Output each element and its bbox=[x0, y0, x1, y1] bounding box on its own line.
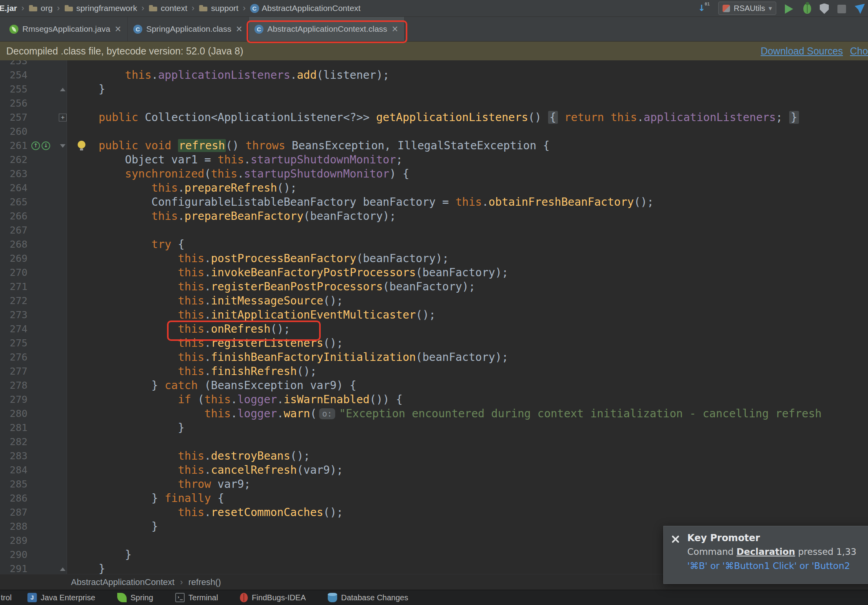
code-line-256[interactable]: 256 bbox=[0, 96, 868, 110]
line-number[interactable]: 254 bbox=[0, 68, 31, 82]
code-line-262[interactable]: 262 Object var1 = this.startupShutdownMo… bbox=[0, 153, 868, 167]
blue-plane-icon[interactable] bbox=[855, 4, 865, 14]
code-line-282[interactable]: 282 bbox=[0, 435, 868, 449]
key-promoter-notification[interactable]: Key Promoter Command Declaration pressed… bbox=[663, 526, 868, 584]
breadcrumb-item-springframework[interactable]: springframework bbox=[64, 4, 137, 13]
code-line-269[interactable]: 269 this.postProcessBeanFactory(beanFact… bbox=[0, 252, 868, 266]
breadcrumb-method[interactable]: refresh() bbox=[188, 577, 221, 587]
line-number[interactable]: 264 bbox=[0, 181, 31, 195]
breadcrumb-item-context[interactable]: context bbox=[149, 4, 187, 13]
toolwindow-truncated-label[interactable]: trol bbox=[1, 593, 12, 602]
code-line-287[interactable]: 287 this.resetCommonCaches(); bbox=[0, 505, 868, 520]
line-number[interactable]: 260 bbox=[0, 125, 31, 139]
line-number[interactable]: 253 bbox=[0, 60, 31, 68]
toolwindow-button-java-enterprise[interactable]: Java Enterprise bbox=[27, 593, 95, 602]
code-line-284[interactable]: 284 this.cancelRefresh(var9); bbox=[0, 463, 868, 477]
override-down-icon[interactable]: ↓ bbox=[42, 141, 50, 150]
code-line-255[interactable]: 255 } bbox=[0, 82, 868, 96]
breadcrumb-item-org[interactable]: org bbox=[29, 4, 53, 13]
toolwindow-button-database-changes[interactable]: Database Changes bbox=[328, 593, 408, 602]
line-number[interactable]: 277 bbox=[0, 364, 31, 379]
line-number[interactable]: 279 bbox=[0, 393, 31, 407]
code-line-286[interactable]: 286 } finally { bbox=[0, 491, 868, 505]
code-line-266[interactable]: 266 this.prepareBeanFactory(beanFactory)… bbox=[0, 209, 868, 223]
line-number[interactable]: 282 bbox=[0, 435, 31, 449]
close-tab-icon[interactable]: × bbox=[115, 25, 121, 33]
code-line-280[interactable]: 280 this.logger.warn(o:"Exception encoun… bbox=[0, 407, 868, 421]
line-number[interactable]: 286 bbox=[0, 491, 31, 505]
close-icon[interactable] bbox=[670, 534, 680, 544]
code-line-275[interactable]: 275 this.registerListeners(); bbox=[0, 336, 868, 350]
fold-marker-icon[interactable] bbox=[60, 144, 65, 148]
updown-arrows-icon[interactable] bbox=[698, 2, 710, 14]
line-number[interactable]: 281 bbox=[0, 421, 31, 435]
close-tab-icon[interactable]: × bbox=[392, 25, 398, 33]
line-number[interactable]: 267 bbox=[0, 223, 31, 237]
line-number[interactable]: 268 bbox=[0, 237, 31, 252]
code-line-271[interactable]: 271 this.registerBeanPostProcessors(bean… bbox=[0, 280, 868, 294]
code-line-263[interactable]: 263 synchronized(this.startupShutdownMon… bbox=[0, 167, 868, 181]
code-line-285[interactable]: 285 throw var9; bbox=[0, 477, 868, 491]
stop-button[interactable] bbox=[837, 5, 846, 13]
toolwindow-button-findbugs-idea[interactable]: FindBugs-IDEA bbox=[240, 593, 306, 602]
tab-rmsegsapplication.java[interactable]: RmsegsApplication.java× bbox=[4, 17, 128, 41]
toolwindow-button-spring[interactable]: Spring bbox=[117, 593, 153, 602]
line-number[interactable]: 276 bbox=[0, 350, 31, 364]
line-number[interactable]: 261 bbox=[0, 139, 31, 153]
breadcrumb-item-support[interactable]: support bbox=[199, 4, 238, 13]
fold-marker-icon[interactable]: + bbox=[59, 114, 67, 121]
code-line-272[interactable]: 272 this.initMessageSource(); bbox=[0, 294, 868, 308]
breadcrumb-item-abstractapplicationcontext[interactable]: CAbstractApplicationContext bbox=[250, 4, 361, 13]
toolwindow-button-terminal[interactable]: Terminal bbox=[175, 593, 218, 602]
code-line-273[interactable]: 273 this.initApplicationEventMulticaster… bbox=[0, 308, 868, 322]
line-number[interactable]: 285 bbox=[0, 477, 31, 491]
line-number[interactable]: 255 bbox=[0, 82, 31, 96]
intention-bulb-icon[interactable] bbox=[78, 141, 85, 149]
line-number[interactable]: 266 bbox=[0, 209, 31, 223]
code-line-268[interactable]: 268 try { bbox=[0, 237, 868, 252]
code-line-276[interactable]: 276 this.finishBeanFactoryInitialization… bbox=[0, 350, 868, 364]
code-line-278[interactable]: 278 } catch (BeansException var9) { bbox=[0, 379, 868, 393]
line-number[interactable]: 284 bbox=[0, 463, 31, 477]
line-number[interactable]: 287 bbox=[0, 505, 31, 520]
line-number[interactable]: 265 bbox=[0, 195, 31, 209]
run-config-selector[interactable]: RSAUtils ▾ bbox=[718, 2, 776, 15]
line-number[interactable]: 274 bbox=[0, 322, 31, 336]
line-number[interactable]: 280 bbox=[0, 407, 31, 421]
line-number[interactable]: 289 bbox=[0, 534, 31, 548]
line-number[interactable]: 257 bbox=[0, 110, 31, 125]
download-sources-link[interactable]: Download Sources bbox=[761, 45, 843, 57]
line-number[interactable]: 288 bbox=[0, 520, 31, 534]
code-line-283[interactable]: 283 this.destroyBeans(); bbox=[0, 449, 868, 463]
line-number[interactable]: 273 bbox=[0, 308, 31, 322]
line-number[interactable]: 271 bbox=[0, 280, 31, 294]
line-number[interactable]: 283 bbox=[0, 449, 31, 463]
choose-sources-link[interactable]: Choose Sources bbox=[850, 45, 868, 56]
code-line-260[interactable]: 260 bbox=[0, 125, 868, 139]
code-line-279[interactable]: 279 if (this.logger.isWarnEnabled()) { bbox=[0, 393, 868, 407]
code-line-281[interactable]: 281 } bbox=[0, 421, 868, 435]
line-number[interactable]: 256 bbox=[0, 96, 31, 110]
code-line-257[interactable]: 257+ public Collection<ApplicationListen… bbox=[0, 110, 868, 125]
line-number[interactable]: 275 bbox=[0, 336, 31, 350]
code-line-261[interactable]: 261↑↓ public void refresh() throws Beans… bbox=[0, 139, 868, 153]
debug-button[interactable] bbox=[803, 4, 811, 14]
code-line-270[interactable]: 270 this.invokeBeanFactoryPostProcessors… bbox=[0, 266, 868, 280]
run-button[interactable] bbox=[785, 4, 793, 14]
line-number[interactable]: 290 bbox=[0, 548, 31, 562]
breadcrumb-class[interactable]: AbstractApplicationContext bbox=[71, 577, 174, 587]
code-line-274[interactable]: 274 this.onRefresh(); bbox=[0, 322, 868, 336]
fold-marker-icon[interactable] bbox=[60, 567, 65, 571]
code-editor[interactable]: 253254 this.applicationListeners.add(lis… bbox=[0, 60, 868, 574]
line-number[interactable]: 269 bbox=[0, 252, 31, 266]
code-line-254[interactable]: 254 this.applicationListeners.add(listen… bbox=[0, 68, 868, 82]
line-number[interactable]: 262 bbox=[0, 153, 31, 167]
code-line-264[interactable]: 264 this.prepareRefresh(); bbox=[0, 181, 868, 195]
line-number[interactable]: 278 bbox=[0, 379, 31, 393]
line-number[interactable]: 291 bbox=[0, 562, 31, 574]
override-up-icon[interactable]: ↑ bbox=[31, 141, 40, 150]
line-number[interactable]: 270 bbox=[0, 266, 31, 280]
tab-springapplication.class[interactable]: CSpringApplication.class× bbox=[128, 17, 249, 41]
tab-abstractapplicationcontext.class[interactable]: CAbstractApplicationContext.class× bbox=[249, 17, 405, 41]
code-line-267[interactable]: 267 bbox=[0, 223, 868, 237]
